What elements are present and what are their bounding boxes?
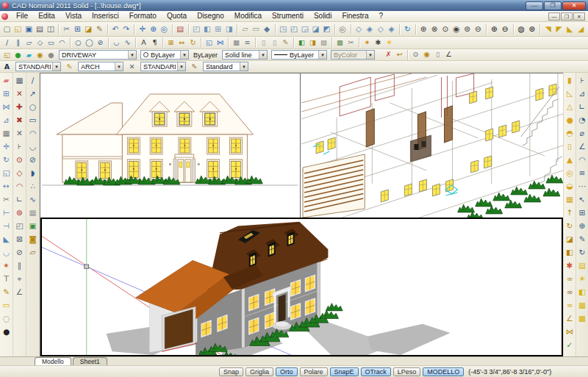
draw-ellipse-button[interactable]: ⊘ <box>95 38 106 48</box>
snap-none-button[interactable]: ⊘ <box>14 245 26 259</box>
check-solid-button[interactable]: ✓ <box>564 338 576 351</box>
point-style-select[interactable]: STANDARD ▼ <box>140 62 186 71</box>
dim-arc-button[interactable]: ◠ <box>576 153 588 166</box>
text-style-select[interactable]: STANDARD ▼ <box>15 62 61 71</box>
interfere-button[interactable]: ✱ <box>564 259 576 272</box>
solid-dome-button[interactable]: ◓ <box>564 126 576 140</box>
snap-intersection-button[interactable]: ✖ <box>14 113 26 126</box>
draw-rectangle-button[interactable]: ▭ <box>46 38 57 48</box>
dim-baseline-button[interactable]: ≡ <box>576 166 588 179</box>
menu-item-[interactable]: ? <box>374 11 389 21</box>
linetype-select[interactable]: Solid line ▼ <box>222 50 268 60</box>
paste-button[interactable]: ◪ <box>83 24 94 35</box>
dim-aligned-button[interactable]: ⊿ <box>576 87 588 100</box>
image-clip-button[interactable]: ✂ <box>345 38 356 48</box>
edit-pencil-button[interactable]: ✎ <box>280 38 291 48</box>
mapping-button[interactable]: ▦ <box>576 298 588 312</box>
zoom-realtime-button[interactable]: ⊕ <box>148 24 159 35</box>
snap-node-button[interactable]: ⊚ <box>14 206 26 219</box>
status-toggle-orto[interactable]: Orto <box>276 367 298 376</box>
snap-endpoint-button[interactable]: ✕ <box>14 87 26 100</box>
view-front-button[interactable]: ◰ <box>288 24 299 35</box>
menu-item-edita[interactable]: Edita <box>33 11 60 21</box>
viewport-front-elevation[interactable] <box>40 73 301 218</box>
solid-mesh-button[interactable]: ▦ <box>564 193 576 206</box>
menu-item-quota[interactable]: Quota <box>162 11 192 21</box>
modify-scale-button[interactable]: ◱ <box>204 38 215 48</box>
cut-button[interactable]: ✂ <box>61 24 72 35</box>
viewport-single-button[interactable]: ◰ <box>191 24 202 35</box>
viewport-two-button[interactable]: ◧ <box>202 24 213 35</box>
background-button[interactable]: ▩ <box>576 312 588 325</box>
menu-item-solidi[interactable]: Solidi <box>309 11 337 21</box>
zoom-all-button[interactable]: ◍ <box>516 24 527 35</box>
zoom-scale-button[interactable]: ⊙ <box>440 24 451 35</box>
ucs-icon-button[interactable]: ◥ <box>542 24 553 35</box>
fillet-button[interactable]: ◡ <box>1 245 12 259</box>
note-button[interactable]: ▭ <box>1 298 12 312</box>
snap-center-button[interactable]: ⊙ <box>14 153 26 166</box>
single-text-button[interactable]: A <box>138 38 149 48</box>
materials-button[interactable]: ◧ <box>576 285 588 298</box>
align-3d-button[interactable]: ∠ <box>564 312 576 325</box>
lasso-button[interactable]: ◌ <box>1 312 12 325</box>
break-button[interactable]: ⊣ <box>1 219 12 232</box>
undo-button[interactable]: ↶ <box>110 24 121 35</box>
arc-button[interactable]: ◠ <box>27 126 39 140</box>
dim-ordinate-button[interactable]: ∟ <box>576 100 588 113</box>
solid-pyramid-button[interactable]: △ <box>564 100 576 113</box>
zoom-window-rt-button[interactable]: ◎ <box>159 24 170 35</box>
status-toggle-otrack[interactable]: OTrack <box>361 367 391 376</box>
edit-tools-button[interactable]: ✎ <box>1 285 12 298</box>
layer-on-button[interactable]: ● <box>12 50 24 60</box>
ucs-face-button[interactable]: ◢ <box>576 24 587 35</box>
zoom-window-button[interactable]: ⊕ <box>418 24 429 35</box>
solid-cone-button[interactable]: ▲ <box>564 153 576 166</box>
dim-radius-button[interactable]: ◔ <box>576 113 588 126</box>
mirror-3d-button[interactable]: ⋈ <box>564 325 576 338</box>
offset-button[interactable]: ⊿ <box>1 113 12 126</box>
modify-array-button[interactable]: ▦ <box>231 38 242 48</box>
tab-modello[interactable]: Modello <box>35 357 71 365</box>
snap-apparent-button[interactable]: ✕ <box>14 126 26 140</box>
union-button[interactable]: ∞ <box>564 272 576 285</box>
tolerance-button[interactable]: ⊞ <box>576 206 588 219</box>
grip-point[interactable] <box>85 265 89 269</box>
properties-button[interactable]: ≡ <box>242 38 253 48</box>
paper-space-button[interactable]: ▭ <box>251 24 262 35</box>
insert-block-button[interactable]: ◧ <box>296 38 307 48</box>
zoom-dynamic-button[interactable]: ⊗ <box>429 24 440 35</box>
boundary-button[interactable]: ▣ <box>27 219 39 232</box>
dropdown-arrow-icon[interactable]: ▼ <box>128 51 136 59</box>
dimension-style-icon[interactable]: ✎ <box>64 62 75 71</box>
menu-item-strumenti[interactable]: Strumenti <box>267 11 309 21</box>
modify-copy-button[interactable]: ⊞ <box>165 38 176 48</box>
array-button[interactable]: ▦ <box>1 126 12 140</box>
viewport-join-button[interactable]: ◨ <box>223 24 234 35</box>
dropdown-arrow-icon[interactable]: ▼ <box>240 62 248 71</box>
status-toggle-griglia[interactable]: Griglia <box>245 367 273 376</box>
dropdown-arrow-icon[interactable]: ▼ <box>52 62 60 71</box>
dimension-style-select[interactable]: ARCH ▼ <box>78 62 123 71</box>
maximize-button[interactable]: ❐ <box>544 1 562 10</box>
draw-line-button[interactable]: ∕ <box>1 38 12 48</box>
rectangle-button[interactable]: ▭ <box>27 113 39 126</box>
model-space-button[interactable]: ▱ <box>240 24 251 35</box>
hatch-button[interactable]: ▦ <box>27 206 39 219</box>
stretch-button[interactable]: ↔ <box>1 179 12 193</box>
circle-button[interactable]: ○ <box>27 100 39 113</box>
mdi-restore-button[interactable]: ❐ <box>561 12 573 21</box>
copy-clip-button[interactable]: ⊞ <box>72 24 83 35</box>
draw-polygon-button[interactable]: ◇ <box>35 38 46 48</box>
solid-cylinder-button[interactable]: ▯ <box>564 140 576 153</box>
point-style-icon[interactable]: ✕ <box>126 62 137 71</box>
bomb-button[interactable]: ● <box>1 325 12 338</box>
menu-item-disegno[interactable]: Disegno <box>192 11 229 21</box>
draw-circle-button[interactable]: ○ <box>73 38 84 48</box>
ucs-previous-button[interactable]: ◣ <box>564 24 576 35</box>
view-top-button[interactable]: ◳ <box>278 24 289 35</box>
solid-box-button[interactable]: ▮ <box>564 73 576 87</box>
match-properties-button[interactable]: ✎ <box>94 24 105 35</box>
lineweight-select[interactable]: ByLayer ▼ <box>271 50 327 60</box>
arc-3point-button[interactable]: ◡ <box>27 140 39 153</box>
